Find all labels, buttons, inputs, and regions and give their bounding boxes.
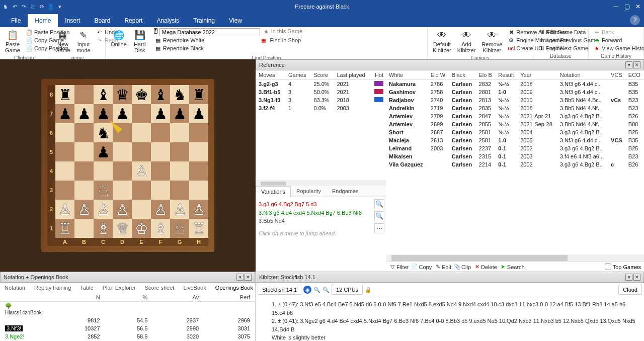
square[interactable]: ♘	[170, 219, 189, 238]
pane-close-icon[interactable]: ✕	[633, 61, 640, 68]
square[interactable]	[74, 161, 94, 181]
cloud-button[interactable]: Cloud	[618, 285, 642, 295]
view-history-button[interactable]: ★View Game History	[592, 44, 644, 52]
chessboard[interactable]: 8♜♝♛♚♝♞♜7♟♟♟♟♟♟♟6♞5♟4♙3♘2♙♙♙♙♙♙♙1♖♗♕♔♗♘♖…	[47, 85, 208, 246]
square[interactable]	[151, 181, 170, 200]
variation-line[interactable]: 3.Bb5 Nd4	[259, 217, 383, 225]
analysis-line[interactable]: 1. ± (0.47): 3.Nf3 e5 4.Bc4 Be7 5.Nd5 d6…	[272, 300, 640, 317]
table-row[interactable]: 3.g2-g3425.0%2021	[256, 80, 386, 89]
tab-notation[interactable]: Notation	[0, 283, 30, 293]
maximize-icon[interactable]: ▢	[623, 3, 631, 10]
table-row[interactable]: Artemiev2699Carlsen2855½-½2021-Sep-283.B…	[386, 120, 644, 128]
pane-dropdown-icon[interactable]: ▾	[236, 274, 244, 281]
menu-view[interactable]: View	[222, 14, 249, 27]
online-button[interactable]: 🌐Online	[109, 28, 129, 54]
table-row[interactable]: Short2687Carlsen2581½-½20043.g3 g6 4.Bg2…	[386, 128, 644, 136]
square[interactable]: ♙	[132, 161, 151, 181]
input-mode-button[interactable]: ✎Input mode	[74, 28, 93, 54]
menu-insert[interactable]: Insert	[58, 14, 87, 27]
menu-home[interactable]: Home	[28, 14, 58, 27]
table-row[interactable]: 3.f2-f410.0%2003	[256, 104, 386, 112]
menu-file[interactable]: File	[4, 14, 28, 27]
square[interactable]: ♕	[113, 219, 132, 238]
zoom-out-icon[interactable]: 🔍	[323, 287, 330, 293]
square[interactable]: ♗	[151, 219, 170, 238]
cpus-chip[interactable]: 12 CPUs	[332, 285, 363, 295]
tab-endgames[interactable]: Endgames	[327, 186, 364, 197]
search-button[interactable]: ➤Search	[500, 264, 525, 270]
square[interactable]	[113, 161, 132, 181]
square[interactable]	[189, 181, 208, 200]
square[interactable]: ♝	[151, 85, 170, 104]
tab-table[interactable]: Table	[75, 283, 98, 293]
square[interactable]	[55, 142, 74, 161]
square[interactable]: ♟	[94, 142, 113, 161]
table-row[interactable]: Andreikin2719Carlsen2835½-½20183.Bb5 Nd4…	[386, 104, 644, 112]
square[interactable]: ♟	[113, 104, 132, 123]
square[interactable]: ♜	[55, 85, 74, 104]
reference-moves-table[interactable]: MovesGames ScoreLast played Hot 3.g2-g34…	[256, 70, 386, 112]
table-row[interactable]: 3.Nge2!285258.630203075	[0, 332, 255, 340]
square[interactable]	[170, 123, 189, 142]
square[interactable]	[74, 142, 94, 161]
back-button[interactable]: ⬅Back	[592, 28, 644, 36]
square[interactable]: ♛	[113, 85, 132, 104]
forward-button[interactable]: ➡Forward	[592, 36, 644, 44]
square[interactable]	[151, 161, 170, 181]
redo-icon[interactable]: ↷	[20, 3, 27, 10]
square[interactable]	[132, 104, 151, 123]
square[interactable]: ♙	[113, 200, 132, 219]
square[interactable]: ♝	[94, 85, 113, 104]
zoom-out-icon[interactable]: 🔍	[374, 211, 384, 221]
tab-variations[interactable]: Variations	[256, 186, 291, 197]
square[interactable]: ♞	[94, 123, 113, 142]
more-icon[interactable]: ⋯	[374, 223, 384, 233]
engine-stop-icon[interactable]: ◉	[303, 286, 311, 294]
remove-kibitzer-button[interactable]: 👁Remove Kibitzer	[479, 28, 504, 54]
table-row[interactable]: 3.Bf1-b5350.0%2021	[256, 88, 386, 96]
pane-close-icon[interactable]: ✕	[245, 274, 252, 281]
zoom-in-icon[interactable]: 🔍	[313, 287, 320, 293]
database-select[interactable]	[159, 28, 260, 36]
table-row[interactable]: 3.Ng1-f3383.3%2018	[256, 96, 386, 104]
lock-icon[interactable]: 🔒	[365, 287, 372, 293]
square[interactable]	[132, 142, 151, 161]
square[interactable]: ♖	[55, 219, 74, 238]
square[interactable]: ♟	[189, 104, 208, 123]
square[interactable]	[55, 181, 74, 200]
table-row[interactable]: Nakamura2786Carlsen2832½-½20183.Nf3 g6 4…	[386, 80, 644, 89]
table-row[interactable]: 981254.529372969	[0, 316, 255, 324]
in-this-game-button[interactable]: In this Game	[271, 28, 302, 36]
square[interactable]: ♔	[132, 219, 151, 238]
square[interactable]: ♖	[189, 219, 208, 238]
table-row[interactable]: Gashimov2758Carlsen28011-020093.Nf3 g6 4…	[386, 88, 644, 96]
table-row[interactable]: Radjabov2740Carlsen2813½-½20103.Bb5 Nd4 …	[386, 96, 644, 104]
menu-training[interactable]: Training	[186, 14, 222, 27]
delete-button[interactable]: ✕Delete	[474, 264, 497, 270]
square[interactable]	[94, 161, 113, 181]
square[interactable]	[189, 123, 208, 142]
square[interactable]: ♟	[55, 104, 74, 123]
square[interactable]	[113, 181, 132, 200]
tab-openings[interactable]: Openings Book	[211, 283, 255, 293]
square[interactable]	[74, 85, 94, 104]
repertoire-white-button[interactable]: ▦Repertoire White▦Find in Shop	[153, 36, 302, 44]
table-row[interactable]: Leimand2003Carlsen22370-120023.g3 g6 4.B…	[386, 144, 644, 152]
table-row[interactable]: 3.Nf3!1032756.529903031	[0, 324, 255, 332]
copy-button[interactable]: 📄Copy	[412, 264, 432, 270]
tab-plan[interactable]: Plan Explorer	[98, 283, 140, 293]
square[interactable]: ♙	[170, 200, 189, 219]
square[interactable]: ♙	[189, 200, 208, 219]
tab-livebook[interactable]: LiveBook	[179, 283, 210, 293]
square[interactable]	[189, 161, 208, 181]
square[interactable]	[132, 200, 151, 219]
menu-analysis[interactable]: Analysis	[149, 14, 186, 27]
square[interactable]: ♞	[170, 85, 189, 104]
top-games-checkbox[interactable]: Top Games	[605, 264, 641, 270]
edit-button[interactable]: ✎Edit	[435, 264, 451, 270]
tab-popularity[interactable]: Popularity	[291, 186, 327, 197]
analysis-line[interactable]: 2. ± (0.41): 3.Nge2 g6 4.d4 Bc4 cxd4 5.N…	[272, 317, 640, 333]
square[interactable]	[189, 142, 208, 161]
square[interactable]: ♟	[74, 104, 94, 123]
square[interactable]	[113, 142, 132, 161]
